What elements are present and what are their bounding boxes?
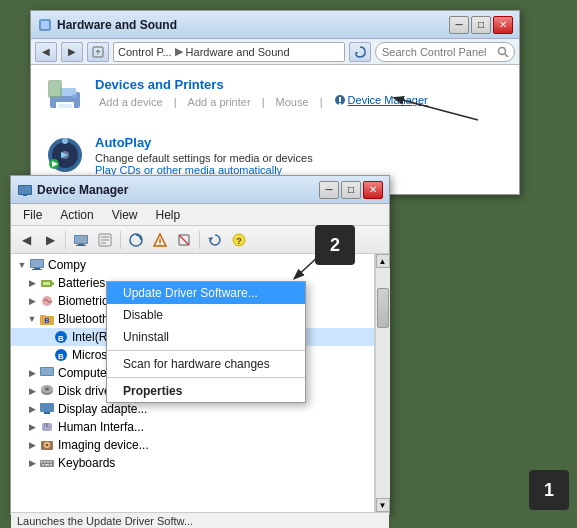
dm-minimize-button[interactable]: ─ <box>319 181 339 199</box>
svg-rect-28 <box>23 194 27 196</box>
callout-2: 2 <box>315 225 355 265</box>
dm-tool-help[interactable]: ? <box>228 229 250 251</box>
cp-title-icon <box>37 17 53 33</box>
imaging-icon <box>39 437 55 453</box>
svg-rect-48 <box>31 260 43 267</box>
tree-expander-display[interactable]: ▶ <box>25 402 39 416</box>
tree-label-computer: Computer <box>58 366 111 380</box>
svg-rect-78 <box>47 461 49 463</box>
tree-label-display: Display adapte... <box>58 402 147 416</box>
dm-tool-sep1 <box>65 231 66 249</box>
svg-text:?: ? <box>236 236 242 246</box>
dm-tool-uninstall[interactable] <box>149 229 171 251</box>
cp-back-button[interactable]: ◀ <box>35 42 57 62</box>
cp-devices-printers-title[interactable]: Devices and Printers <box>95 77 432 92</box>
ctx-update-driver[interactable]: Update Driver Software... <box>107 282 305 304</box>
intel-bt-icon: B <box>53 329 69 345</box>
cp-device-manager-link[interactable]: Device Manager <box>334 94 428 106</box>
cp-devices-printers-section: Devices and Printers Add a device | Add … <box>41 73 509 121</box>
dm-tool-forward[interactable]: ▶ <box>39 229 61 251</box>
hid-icon <box>39 419 55 435</box>
cp-add-printer-link[interactable]: Add a printer <box>188 96 251 108</box>
dm-menu-help[interactable]: Help <box>148 206 189 224</box>
cp-devices-printers-icon <box>45 77 85 117</box>
cp-up-button[interactable] <box>87 42 109 62</box>
ctx-scan[interactable]: Scan for hardware changes <box>107 353 305 375</box>
ctx-sep2 <box>107 377 305 378</box>
tree-item-keyboards[interactable]: ▶ Keyboards <box>11 454 374 472</box>
control-panel-window: Hardware and Sound ─ □ ✕ ◀ ▶ Control P..… <box>30 10 520 195</box>
cp-breadcrumb-root: Control P... <box>118 46 172 58</box>
cp-breadcrumb: Control P... ▶ Hardware and Sound <box>113 42 345 62</box>
tree-expander-disk[interactable]: ▶ <box>25 384 39 398</box>
dm-title-icon <box>17 182 33 198</box>
cp-add-device-link[interactable]: Add a device <box>99 96 163 108</box>
tree-expander-keyboards[interactable]: ▶ <box>25 456 39 470</box>
computer-sub-icon <box>39 365 55 381</box>
dm-tool-update[interactable] <box>125 229 147 251</box>
cp-maximize-button[interactable]: □ <box>471 16 491 34</box>
cp-autoplay-section: AutoPlay Change default settings for med… <box>41 131 509 180</box>
tree-expander-compy[interactable]: ▼ <box>15 258 29 272</box>
ctx-disable[interactable]: Disable <box>107 304 305 326</box>
tree-item-imaging[interactable]: ▶ Imaging device... <box>11 436 374 454</box>
svg-point-66 <box>45 388 49 391</box>
dm-scroll-up-button[interactable]: ▲ <box>376 254 390 268</box>
dm-tool-properties[interactable] <box>94 229 116 251</box>
dm-tool-disable[interactable] <box>173 229 195 251</box>
tree-expander-batteries[interactable]: ▶ <box>25 276 39 290</box>
svg-point-22 <box>62 138 68 144</box>
svg-rect-12 <box>58 104 72 108</box>
tree-expander-imaging[interactable]: ▶ <box>25 438 39 452</box>
ctx-properties[interactable]: Properties <box>107 380 305 402</box>
cp-close-button[interactable]: ✕ <box>493 16 513 34</box>
cp-title: Hardware and Sound <box>57 18 449 32</box>
svg-rect-79 <box>50 461 52 463</box>
svg-point-13 <box>72 94 76 98</box>
tree-expander-bluetooth[interactable]: ▼ <box>25 312 39 326</box>
dm-window-controls: ─ □ ✕ <box>319 181 383 199</box>
cp-breadcrumb-sep1: ▶ <box>175 45 183 58</box>
svg-marker-44 <box>208 237 213 241</box>
dm-scroll-down-button[interactable]: ▼ <box>376 498 390 512</box>
dm-close-button[interactable]: ✕ <box>363 181 383 199</box>
ctx-uninstall[interactable]: Uninstall <box>107 326 305 348</box>
tree-label-compy: Compy <box>48 258 86 272</box>
dm-menu-file[interactable]: File <box>15 206 50 224</box>
dm-statusbar-text: Launches the Update Driver Softw... <box>17 515 193 527</box>
tree-expander-computer[interactable]: ▶ <box>25 366 39 380</box>
dm-tool-refresh[interactable] <box>204 229 226 251</box>
biometric-icon <box>39 293 55 309</box>
svg-point-41 <box>159 244 161 246</box>
dm-title: Device Manager <box>37 183 319 197</box>
cp-links-sep2: | <box>262 96 268 108</box>
dm-scroll-track <box>376 268 390 498</box>
dm-menu-action[interactable]: Action <box>52 206 101 224</box>
tree-expander-hid[interactable]: ▶ <box>25 420 39 434</box>
callout-1-label: 1 <box>544 480 554 501</box>
dm-tool-computer[interactable] <box>70 229 92 251</box>
cp-breadcrumb-current: Hardware and Sound <box>186 46 290 58</box>
svg-rect-30 <box>75 236 87 243</box>
cp-devices-printers-text: Devices and Printers Add a device | Add … <box>95 77 432 108</box>
tree-label-hid: Human Interfa... <box>58 420 144 434</box>
cp-minimize-button[interactable]: ─ <box>449 16 469 34</box>
cp-forward-button[interactable]: ▶ <box>61 42 83 62</box>
svg-rect-71 <box>46 423 48 427</box>
cp-autoplay-title[interactable]: AutoPlay <box>95 135 313 150</box>
tree-expander-biometric[interactable]: ▶ <box>25 294 39 308</box>
cp-refresh-button[interactable] <box>349 42 371 62</box>
cp-links-sep3: | <box>320 96 326 108</box>
cp-address-bar: ◀ ▶ Control P... ▶ Hardware and Sound <box>31 39 519 65</box>
cp-mouse-link[interactable]: Mouse <box>276 96 309 108</box>
dm-menu-view[interactable]: View <box>104 206 146 224</box>
dm-maximize-button[interactable]: □ <box>341 181 361 199</box>
svg-text:B: B <box>58 334 64 343</box>
cp-search-input[interactable] <box>375 42 515 62</box>
tree-item-hid[interactable]: ▶ Human Interfa... <box>11 418 374 436</box>
dm-scroll-thumb[interactable] <box>377 288 389 328</box>
dm-tool-back[interactable]: ◀ <box>15 229 37 251</box>
svg-rect-76 <box>41 461 43 463</box>
svg-rect-70 <box>44 423 45 427</box>
svg-rect-77 <box>44 461 46 463</box>
